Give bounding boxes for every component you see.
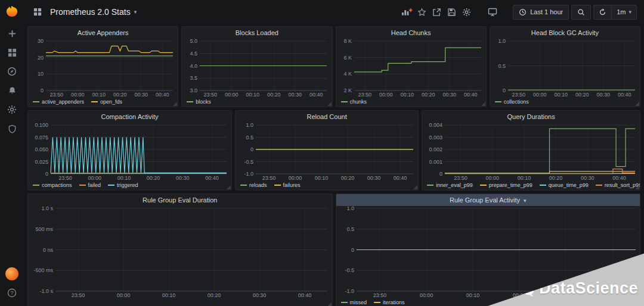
legend-swatch	[540, 185, 546, 186]
panel-title-rule-group-eval-duration[interactable]: Rule Group Eval Duration	[28, 194, 332, 206]
svg-text:00:00: 00:00	[419, 292, 433, 298]
legend-item-queue_time_p99[interactable]: queue_time_p99	[540, 182, 589, 188]
legend-item-inner_eval_p99[interactable]: inner_eval_p99	[427, 182, 473, 188]
svg-text:00:40: 00:40	[394, 175, 407, 181]
svg-text:3.5: 3.5	[190, 75, 198, 81]
dashboard-title[interactable]: Prometheus 2.0 Stats ▾	[50, 7, 137, 17]
help-icon[interactable]: ?	[0, 283, 24, 302]
add-panel-button[interactable]	[400, 5, 414, 19]
navbar-right: Last 1 hour 1m ▾	[400, 5, 637, 20]
svg-text:00:30: 00:30	[253, 292, 267, 298]
svg-text:0.5: 0.5	[246, 135, 253, 140]
chevron-down-icon: ▾	[628, 9, 631, 15]
star-button[interactable]	[414, 5, 429, 19]
refresh-interval-label: 1m	[617, 8, 626, 15]
legend-item-reloads[interactable]: reloads	[240, 182, 267, 188]
legend-item-failures[interactable]: failures	[274, 182, 301, 188]
panel-resize-handle[interactable]	[635, 185, 639, 189]
refresh-interval-dropdown[interactable]: 1m ▾	[611, 5, 637, 20]
panel-title-head-chunks[interactable]: Head Chunks	[336, 27, 486, 39]
chart-head-chunks[interactable]: 2 K4 K6 K8 K23:5000:0000:1000:2000:3000:…	[336, 39, 486, 98]
svg-text:0.075: 0.075	[35, 135, 48, 140]
panel-rule-group-eval-duration: Rule Group Eval Duration-1.0 s-500 ms0 n…	[27, 193, 333, 306]
dashboard-picker-grid-icon[interactable]	[30, 5, 45, 19]
grafana-logo[interactable]	[0, 0, 24, 24]
panel-title-compaction-activity[interactable]: Compaction Activity	[28, 111, 231, 123]
svg-text:00:30: 00:30	[367, 175, 381, 181]
svg-text:00:20: 00:20	[208, 292, 221, 298]
panel-active-appenders: Active Appenders010203023:5000:0000:1000…	[27, 26, 178, 107]
svg-text:0: 0	[503, 88, 506, 93]
legend-item-prepare_time_p99[interactable]: prepare_time_p99	[480, 182, 532, 188]
panel-resize-handle[interactable]	[227, 185, 231, 189]
svg-text:4.0: 4.0	[190, 63, 198, 69]
time-range-picker[interactable]: Last 1 hour	[513, 5, 569, 20]
chart-compaction-activity[interactable]: 00.0250.0500.0750.10023:5000:0000:1000:2…	[28, 123, 231, 182]
panel-title-head-block-gc[interactable]: Head Block GC Activity	[490, 27, 640, 39]
legend-item-compactions[interactable]: compactions	[33, 182, 72, 188]
svg-text:23:50: 23:50	[454, 175, 467, 181]
chart-head-block-gc[interactable]: 00.51.023:5000:0000:1000:2000:3000:40	[490, 39, 640, 98]
chart-reload-count[interactable]: -1.0-0.500.51.023:5000:0000:1000:2000:30…	[236, 123, 418, 182]
chart-query-durations[interactable]: 00.0010.0020.0030.00423:5000:0000:1000:2…	[422, 123, 640, 182]
save-button[interactable]	[444, 5, 459, 19]
panel-resize-handle[interactable]	[327, 302, 332, 306]
legend-swatch	[427, 185, 434, 186]
panel-title-active-appenders[interactable]: Active Appenders	[28, 27, 178, 39]
svg-text:00:20: 00:20	[147, 175, 160, 181]
panel-resize-handle[interactable]	[327, 102, 332, 106]
chart-canvas: -1.0 s-500 ms0 ns500 ms1.0 s23:5000:0000…	[28, 206, 332, 299]
grafana-logo-icon	[5, 5, 19, 19]
server-admin-shield-icon[interactable]	[0, 119, 24, 138]
chart-blocks-loaded[interactable]: 3.03.54.04.55.023:5000:0000:1000:2000:30…	[182, 39, 332, 98]
panel-resize-handle[interactable]	[481, 102, 485, 106]
explore-icon[interactable]	[0, 62, 24, 81]
panel-head-block-gc: Head Block GC Activity00.51.023:5000:000…	[490, 26, 640, 107]
chart-canvas: 00.51.023:5000:0000:1000:2000:3000:40	[490, 39, 640, 98]
panel-resize-handle[interactable]	[635, 102, 639, 106]
dashboard-row-1: Active Appenders010203023:5000:0000:1000…	[27, 26, 640, 107]
create-icon[interactable]	[0, 24, 24, 43]
panel-resize-handle[interactable]	[173, 102, 177, 106]
legend-rule-group-eval-duration	[28, 299, 332, 306]
dashboard-settings-gear-icon[interactable]	[459, 5, 474, 19]
panel-title-reload-count[interactable]: Reload Count	[236, 111, 418, 123]
user-avatar[interactable]	[0, 264, 24, 283]
tv-cycle-view-icon[interactable]	[485, 5, 500, 19]
legend-item-active_appenders[interactable]: active_appenders	[33, 99, 84, 105]
legend-swatch	[33, 101, 39, 102]
dashboard-title-text: Prometheus 2.0 Stats	[50, 7, 131, 17]
share-button[interactable]	[429, 5, 444, 19]
legend-item-triggered[interactable]: triggered	[108, 182, 138, 188]
refresh-button[interactable]	[593, 5, 611, 20]
legend-item-open_fds[interactable]: open_fds	[91, 99, 122, 105]
svg-text:500 ms: 500 ms	[35, 226, 53, 232]
legend-head-block-gc: collections	[490, 98, 640, 107]
panel-resize-handle[interactable]	[413, 185, 417, 189]
panel-title-blocks-loaded[interactable]: Blocks Loaded	[182, 27, 332, 39]
svg-text:0.003: 0.003	[429, 135, 443, 140]
chart-rule-group-eval-duration[interactable]: -1.0 s-500 ms0 ns500 ms1.0 s23:5000:0000…	[28, 206, 332, 299]
svg-text:0.025: 0.025	[35, 159, 48, 165]
legend-item-iterations[interactable]: iterations	[374, 299, 405, 305]
legend-compaction-activity: compactionsfailedtriggered	[28, 182, 231, 190]
legend-item-result_sort_p99[interactable]: result_sort_p99	[596, 182, 640, 188]
panel-title-rule-group-eval-activity[interactable]: Rule Group Eval Activity▾	[336, 194, 640, 206]
legend-item-collections[interactable]: collections	[495, 99, 529, 105]
legend-item-missed[interactable]: missed	[341, 299, 367, 305]
svg-text:0: 0	[41, 88, 44, 93]
svg-text:23:50: 23:50	[49, 92, 63, 98]
zoom-out-button[interactable]	[571, 5, 591, 20]
legend-item-blocks[interactable]: blocks	[187, 99, 211, 105]
chart-active-appenders[interactable]: 010203023:5000:0000:1000:2000:3000:40	[28, 39, 178, 98]
svg-text:00:40: 00:40	[463, 92, 477, 98]
dashboard-area: Active Appenders010203023:5000:0000:1000…	[24, 24, 644, 306]
alerting-bell-icon[interactable]	[0, 81, 24, 100]
legend-item-chunks[interactable]: chunks	[341, 99, 367, 105]
dashboards-icon[interactable]	[0, 43, 24, 62]
legend-item-failed[interactable]: failed	[79, 182, 101, 188]
legend-query-durations: inner_eval_p99prepare_time_p99queue_time…	[422, 182, 640, 190]
panel-title-query-durations[interactable]: Query Durations	[422, 111, 640, 123]
configuration-gear-icon[interactable]	[0, 100, 24, 119]
svg-text:23:50: 23:50	[262, 175, 276, 181]
